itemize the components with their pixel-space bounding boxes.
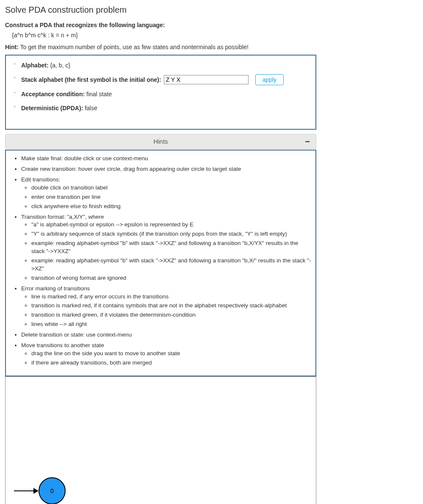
- page-title: Solve PDA construction problem: [5, 5, 418, 15]
- hint-item: Transition format: "a,X/Y", where "a" is…: [21, 213, 311, 282]
- hint-subitem: double click on transition label: [31, 184, 311, 192]
- alphabet-row: Alphabet: {a, b, c}: [10, 61, 311, 70]
- hint-subitem: if there are already transitions, both a…: [31, 359, 311, 367]
- apply-button[interactable]: apply: [255, 74, 284, 85]
- start-arrow-icon: [14, 490, 38, 491]
- hint-item: Move transitions to another state drag t…: [21, 342, 311, 367]
- hints-title: Hints: [153, 138, 168, 145]
- language-expression: {a^n b^m c^k : k = n + m}: [12, 32, 418, 39]
- problem-hint: Hint: To get the maximum number of point…: [5, 44, 418, 50]
- hints-body: Make state final: double click or use co…: [5, 150, 316, 376]
- hint-subitem: transition is marked red, if it contains…: [31, 302, 311, 310]
- acceptance-row: Acceptance condition: final state: [10, 89, 311, 99]
- state-label: 0: [50, 487, 54, 494]
- collapse-icon: −: [305, 137, 310, 146]
- hints-toggle[interactable]: Hints −: [5, 134, 316, 149]
- hint-item: Error marking of transitions line is mar…: [21, 285, 311, 329]
- hint-item: Edit transitions: double click on transi…: [21, 176, 311, 211]
- stack-alphabet-row: Stack alphabet (the first symbol is the …: [10, 74, 311, 85]
- hint-subitem: lines white --> all right: [31, 320, 311, 329]
- config-panel: Alphabet: {a, b, c} Stack alphabet (the …: [5, 55, 316, 130]
- hint-subitem: click anywhere else to finish editing: [31, 203, 311, 211]
- hint-item: Create new transition: hover over circle…: [21, 165, 311, 173]
- hint-item: Delete transition or state: use context-…: [21, 331, 311, 339]
- hint-subitem: enter one transition per line: [31, 193, 311, 201]
- problem-prompt: Construct a PDA that recognizes the foll…: [5, 22, 418, 28]
- automaton-canvas[interactable]: 0: [5, 376, 316, 504]
- hint-subitem: "Y" is arbitrary sequence of stack symbo…: [31, 230, 311, 238]
- hint-subitem: line is marked red, if any error occurs …: [31, 293, 311, 301]
- state-node-0[interactable]: 0: [39, 477, 66, 504]
- hint-subitem: transition of wrong format are ignored: [31, 274, 311, 282]
- hint-subitem: "a" is alphabet-symbol or epsilon --> ep…: [31, 221, 311, 229]
- hint-subitem: example: reading alphabet-symbol "b" wit…: [31, 257, 311, 273]
- hints-panel: Hints − Make state final: double click o…: [5, 134, 316, 376]
- hint-subitem: example: reading alphabet-symbol "b" wit…: [31, 239, 311, 256]
- hint-item: Make state final: double click or use co…: [21, 155, 311, 163]
- stack-alphabet-input[interactable]: [164, 75, 249, 84]
- hint-subitem: transition is marked green, if it violat…: [31, 311, 311, 319]
- deterministic-row: Deterministic (DPDA): false: [10, 103, 311, 113]
- hint-subitem: drag the line on the side you want to mo…: [31, 350, 311, 358]
